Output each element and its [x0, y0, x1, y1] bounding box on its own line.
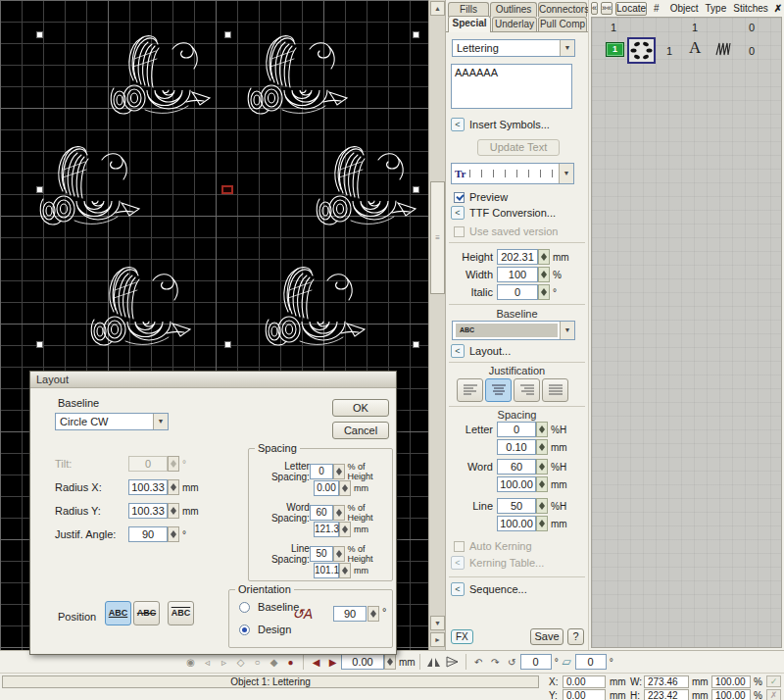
- line-spacing-pct-spinner[interactable]: [536, 498, 548, 514]
- object-thumbnail[interactable]: [627, 37, 656, 64]
- stitch-marker-icon-2[interactable]: ◀: [309, 657, 323, 668]
- scroll-down-icon[interactable]: ▼: [430, 616, 445, 630]
- column-header-type[interactable]: Type: [706, 3, 727, 14]
- word-spacing-mm-spinner[interactable]: [536, 476, 548, 492]
- radius-x-field[interactable]: 100.33: [128, 479, 168, 495]
- insert-symbols-button[interactable]: <Insert Symbols...: [451, 118, 550, 131]
- rotate-ccw-icon[interactable]: ↶: [471, 657, 486, 668]
- column-header-number[interactable]: #: [654, 3, 660, 14]
- position-baseline-above-button[interactable]: ABC: [168, 601, 194, 625]
- object-type-dropdown[interactable]: Lettering ▼: [452, 39, 575, 57]
- position-baseline-middle-button[interactable]: ABC: [133, 601, 160, 625]
- orient-angle-spinner[interactable]: [368, 606, 379, 622]
- vscroll-thumb[interactable]: ≡: [430, 181, 445, 294]
- scroll-up-icon[interactable]: ▲: [430, 1, 445, 16]
- y-field[interactable]: 0.00: [563, 689, 606, 700]
- letter-spacing-mm-field[interactable]: 0.10: [497, 439, 536, 455]
- sequence-button[interactable]: <Sequence...: [451, 582, 527, 596]
- position-baseline-below-button[interactable]: ABC: [105, 601, 131, 625]
- justif-angle-field[interactable]: 90: [128, 526, 168, 542]
- dlg-line-mm-spinner[interactable]: [339, 563, 351, 578]
- kerning-table-button[interactable]: <Kerning Table...: [451, 556, 544, 570]
- w-field[interactable]: 273.46: [644, 675, 689, 688]
- preview-checkbox[interactable]: Preview: [454, 190, 508, 203]
- stitch-marker-icon-3[interactable]: ▶: [325, 657, 340, 668]
- tab-connectors[interactable]: Connectors: [538, 2, 587, 17]
- chevron-down-icon[interactable]: ▼: [560, 322, 574, 339]
- skew-icon[interactable]: ▱: [560, 655, 574, 669]
- chevron-down-icon[interactable]: ▼: [560, 40, 574, 56]
- dlg-line-mm-field[interactable]: 101.1: [314, 563, 339, 578]
- column-header-object[interactable]: Object: [670, 3, 699, 14]
- dlg-word-pct-spinner[interactable]: [333, 505, 344, 521]
- baseline-dropdown[interactable]: ABC ▼: [452, 321, 575, 340]
- canvas-vscrollbar[interactable]: ▲ ≡ ▼ ►: [428, 0, 446, 650]
- dlg-letter-mm-field[interactable]: 0.00: [314, 480, 339, 496]
- tab-pull-comp[interactable]: Pull Comp: [538, 17, 587, 31]
- orient-design-radio[interactable]: Design: [239, 623, 291, 635]
- line-spacing-pct-field[interactable]: 50: [497, 498, 536, 514]
- lettering-object-icon[interactable]: A: [689, 38, 701, 58]
- column-header-stitches[interactable]: Stitches: [733, 3, 768, 14]
- ttf-conversion-button[interactable]: <TTF Conversion...: [451, 206, 556, 220]
- use-saved-version-checkbox[interactable]: Use saved version: [454, 225, 559, 237]
- justify-center-button[interactable]: [485, 378, 512, 402]
- selection-handle-e[interactable]: [413, 186, 419, 193]
- apply-check-icon[interactable]: ✓: [766, 675, 781, 687]
- stitch-marker-icon-1[interactable]: ●: [283, 657, 298, 668]
- h-pct-field[interactable]: 100.00: [711, 689, 751, 700]
- rotation-center-mark[interactable]: [221, 185, 233, 194]
- tilt-field[interactable]: 0: [128, 456, 168, 472]
- selection-handle-ne[interactable]: [413, 31, 419, 38]
- italic-spinner[interactable]: [538, 284, 550, 300]
- stitch-tool-icon-3[interactable]: ▹: [217, 657, 231, 668]
- width-spinner[interactable]: [538, 267, 550, 282]
- chevron-down-icon[interactable]: ▼: [153, 414, 168, 429]
- italic-field[interactable]: 0: [497, 284, 538, 300]
- lettering-text-input[interactable]: AAAAAA: [451, 64, 572, 109]
- tab-outlines[interactable]: Outlines: [490, 2, 537, 17]
- height-field[interactable]: 202.31: [497, 249, 538, 265]
- dock-collapse-icon[interactable]: »«: [601, 2, 612, 15]
- rotate-reset-icon[interactable]: ↺: [505, 657, 519, 668]
- selection-handle-sw[interactable]: [36, 341, 43, 348]
- dlg-letter-mm-spinner[interactable]: [339, 480, 351, 496]
- cancel-x-icon[interactable]: ✗: [766, 689, 781, 700]
- help-button[interactable]: ?: [567, 628, 584, 645]
- letter-spacing-pct-field[interactable]: 0: [497, 422, 536, 437]
- letter-spacing-mm-spinner[interactable]: [536, 439, 548, 455]
- word-spacing-pct-spinner[interactable]: [536, 459, 548, 475]
- dlg-word-mm-spinner[interactable]: [339, 522, 351, 537]
- dlg-letter-pct-field[interactable]: 0: [310, 464, 333, 479]
- cancel-button[interactable]: Cancel: [332, 422, 389, 439]
- justif-angle-spinner[interactable]: [168, 526, 179, 542]
- stitch-tool-icon-1[interactable]: ◉: [183, 657, 198, 668]
- tab-fills[interactable]: Fills: [448, 2, 489, 17]
- orient-baseline-radio[interactable]: Baseline: [239, 600, 299, 613]
- selection-handle-s[interactable]: [224, 341, 231, 348]
- auto-kerning-checkbox[interactable]: Auto Kerning: [454, 539, 532, 552]
- dlg-letter-pct-spinner[interactable]: [333, 464, 344, 479]
- fx-button[interactable]: FX: [451, 629, 473, 644]
- dialog-baseline-dropdown[interactable]: Circle CW ▼: [55, 413, 169, 430]
- object-list[interactable]: 1 1 0 1 1 A 0: [591, 17, 782, 648]
- stitch-tool-icon-5[interactable]: ○: [250, 657, 265, 668]
- selection-handle-w[interactable]: [36, 186, 43, 193]
- width-field[interactable]: 100: [497, 267, 538, 282]
- line-spacing-mm-field[interactable]: 100.00: [497, 516, 536, 531]
- justify-right-button[interactable]: [514, 378, 540, 402]
- layout-button[interactable]: <Layout...: [451, 344, 511, 358]
- w-pct-field[interactable]: 100.00: [711, 675, 751, 688]
- locate-button[interactable]: Locate: [615, 2, 647, 16]
- offset-spinner[interactable]: [384, 654, 396, 670]
- orient-angle-field[interactable]: 90: [333, 606, 367, 622]
- height-spinner[interactable]: [538, 249, 550, 265]
- stitch-tool-icon-4[interactable]: ◇: [233, 657, 248, 668]
- mirror-vertical-icon[interactable]: [445, 656, 460, 669]
- update-text-button[interactable]: Update Text: [477, 139, 560, 156]
- justify-full-button[interactable]: [542, 378, 568, 402]
- font-dropdown[interactable]: Tr ▼: [451, 163, 574, 184]
- dlg-word-pct-field[interactable]: 60: [310, 505, 333, 521]
- justify-left-button[interactable]: [457, 378, 483, 402]
- radius-y-field[interactable]: 100.33: [128, 503, 168, 519]
